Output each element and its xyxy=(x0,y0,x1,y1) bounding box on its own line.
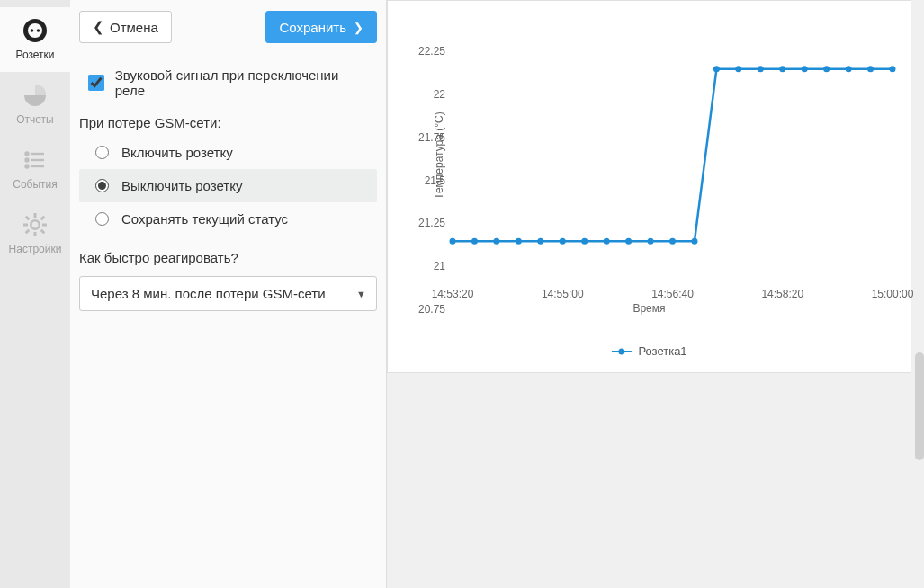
svg-point-38 xyxy=(890,66,896,72)
svg-rect-17 xyxy=(40,229,46,235)
svg-point-36 xyxy=(846,66,852,72)
cancel-button-label: Отмена xyxy=(110,20,158,35)
sound-checkbox-row[interactable]: Звуковой сигнал при переключении реле xyxy=(77,59,379,106)
sidebar-item-label: Отчеты xyxy=(16,113,53,126)
svg-point-31 xyxy=(735,66,741,72)
svg-point-22 xyxy=(537,238,543,245)
save-button[interactable]: Сохранить ❯ xyxy=(265,11,377,43)
scrollbar[interactable] xyxy=(915,0,924,588)
gear-icon xyxy=(22,210,49,239)
svg-rect-16 xyxy=(25,229,31,235)
svg-point-33 xyxy=(779,66,785,72)
svg-point-29 xyxy=(691,238,697,245)
pie-chart-icon xyxy=(22,81,48,110)
legend-label: Розетка1 xyxy=(638,344,686,358)
y-tick: 21.25 xyxy=(418,217,445,229)
sidebar-item-settings[interactable]: Настройки xyxy=(0,201,70,266)
svg-rect-12 xyxy=(23,224,28,227)
legend-swatch xyxy=(611,351,631,352)
x-tick: 14:56:40 xyxy=(651,288,694,300)
svg-point-1 xyxy=(28,23,42,38)
sidebar-item-label: События xyxy=(13,178,58,191)
x-tick: 14:53:20 xyxy=(432,288,474,300)
radio-off[interactable] xyxy=(95,179,109,192)
sidebar-item-events[interactable]: События xyxy=(0,137,70,201)
sidebar: Розетки Отчеты События Настройки xyxy=(0,0,70,588)
sidebar-item-label: Розетки xyxy=(15,49,54,61)
radio-keep[interactable] xyxy=(95,212,109,226)
toolbar: ❮ Отмена Сохранить ❯ xyxy=(77,11,379,43)
svg-rect-13 xyxy=(42,224,47,227)
y-axis: Температура (°C) 22.252221.7521.521.2521… xyxy=(388,26,453,284)
sound-checkbox[interactable] xyxy=(88,75,104,91)
gsm-option-keep[interactable]: Сохранять текущий статус xyxy=(79,202,377,236)
svg-point-30 xyxy=(713,66,720,72)
sidebar-item-sockets[interactable]: Розетки xyxy=(0,7,70,72)
y-tick: 21.75 xyxy=(418,131,445,144)
radio-label: Сохранять текущий статус xyxy=(121,211,288,227)
x-axis-label: Время xyxy=(632,302,665,315)
reaction-heading: Как быстро реагировать? xyxy=(77,241,379,271)
gsm-option-on[interactable]: Включить розетку xyxy=(79,136,377,169)
svg-point-6 xyxy=(26,159,29,162)
svg-point-18 xyxy=(450,238,456,245)
reaction-select[interactable]: Через 8 мин. после потери GSM-сети xyxy=(79,276,377,311)
svg-point-34 xyxy=(802,66,808,72)
chart-svg xyxy=(453,26,893,284)
y-tick: 20.75 xyxy=(418,303,445,316)
svg-point-28 xyxy=(669,238,676,245)
chart-card: Температура (°C) 22.252221.7521.521.2521… xyxy=(387,0,911,373)
svg-point-35 xyxy=(823,66,830,72)
y-tick: 22.25 xyxy=(418,45,445,58)
svg-rect-14 xyxy=(25,216,31,221)
svg-point-25 xyxy=(604,238,610,245)
radio-on[interactable] xyxy=(95,146,109,159)
svg-point-24 xyxy=(581,238,588,245)
svg-rect-15 xyxy=(40,216,46,221)
y-tick: 22 xyxy=(434,88,445,101)
chart-panel: Температура (°C) 22.252221.7521.521.2521… xyxy=(387,0,924,588)
svg-point-26 xyxy=(625,238,632,245)
svg-point-27 xyxy=(648,238,654,245)
svg-point-8 xyxy=(26,165,29,168)
sidebar-item-label: Настройки xyxy=(9,243,62,255)
y-tick: 21 xyxy=(434,260,445,272)
gsm-option-off[interactable]: Выключить розетку xyxy=(79,169,377,202)
socket-icon xyxy=(21,16,49,45)
sidebar-item-reports[interactable]: Отчеты xyxy=(0,72,70,137)
svg-point-21 xyxy=(516,238,522,245)
chevron-right-icon: ❯ xyxy=(354,21,363,34)
plot-area xyxy=(453,26,893,284)
gsm-loss-radio-group: Включить розетку Выключить розетку Сохра… xyxy=(77,136,379,236)
svg-point-2 xyxy=(31,29,34,32)
x-axis: 14:53:2014:55:0014:56:4014:58:2015:00:00 xyxy=(453,284,893,316)
legend: Розетка1 xyxy=(611,344,686,358)
svg-rect-10 xyxy=(34,213,37,218)
chevron-left-icon: ❮ xyxy=(93,19,104,35)
radio-label: Включить розетку xyxy=(121,145,233,160)
save-button-label: Сохранить xyxy=(279,20,346,35)
svg-point-37 xyxy=(867,66,874,72)
x-tick: 14:55:00 xyxy=(542,288,584,300)
x-tick: 15:00:00 xyxy=(872,288,914,300)
svg-point-20 xyxy=(493,238,499,245)
sound-checkbox-label: Звуковой сигнал при переключении реле xyxy=(115,67,368,98)
x-tick: 14:58:20 xyxy=(761,288,803,300)
svg-point-23 xyxy=(560,238,566,245)
list-icon xyxy=(22,146,48,174)
radio-label: Выключить розетку xyxy=(121,178,242,193)
svg-point-32 xyxy=(758,66,764,72)
svg-point-19 xyxy=(471,238,478,245)
cancel-button[interactable]: ❮ Отмена xyxy=(79,11,172,43)
svg-rect-11 xyxy=(34,232,37,236)
reaction-select-wrap: Через 8 мин. после потери GSM-сети ▼ xyxy=(79,276,377,311)
scrollbar-thumb[interactable] xyxy=(915,352,924,460)
y-tick: 21.5 xyxy=(425,174,445,187)
gsm-loss-heading: При потере GSM-сети: xyxy=(77,106,379,136)
svg-point-3 xyxy=(37,29,40,32)
svg-point-4 xyxy=(26,153,29,156)
settings-panel: ❮ Отмена Сохранить ❯ Звуковой сигнал при… xyxy=(70,0,387,588)
